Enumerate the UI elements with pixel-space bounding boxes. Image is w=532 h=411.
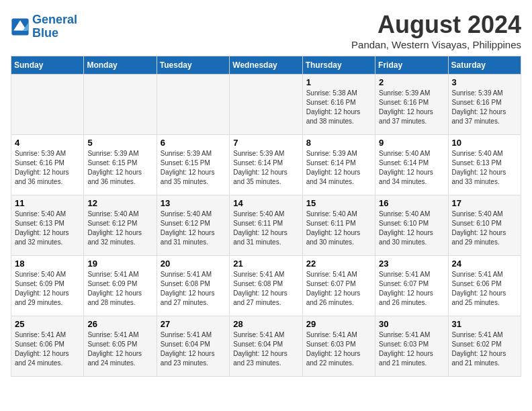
day-number: 17	[452, 198, 517, 208]
day-info: Sunrise: 5:41 AM Sunset: 6:06 PM Dayligh…	[15, 330, 80, 368]
calendar-cell: 5Sunrise: 5:39 AM Sunset: 6:15 PM Daylig…	[84, 135, 157, 195]
header-cell-wednesday: Wednesday	[230, 56, 302, 75]
calendar-cell: 6Sunrise: 5:39 AM Sunset: 6:15 PM Daylig…	[157, 135, 229, 195]
calendar-body: 1Sunrise: 5:38 AM Sunset: 6:16 PM Daylig…	[11, 75, 521, 377]
calendar-cell: 29Sunrise: 5:41 AM Sunset: 6:03 PM Dayli…	[302, 316, 375, 377]
day-number: 31	[452, 319, 517, 329]
header-cell-tuesday: Tuesday	[157, 56, 229, 75]
day-number: 16	[379, 198, 444, 208]
day-info: Sunrise: 5:41 AM Sunset: 6:08 PM Dayligh…	[233, 270, 298, 308]
week-row-0: 1Sunrise: 5:38 AM Sunset: 6:16 PM Daylig…	[11, 75, 521, 135]
day-number: 18	[15, 259, 80, 269]
day-info: Sunrise: 5:40 AM Sunset: 6:11 PM Dayligh…	[306, 210, 371, 247]
header-cell-monday: Monday	[84, 56, 157, 75]
calendar-cell: 20Sunrise: 5:41 AM Sunset: 6:08 PM Dayli…	[157, 256, 229, 316]
header-cell-thursday: Thursday	[302, 56, 375, 75]
day-info: Sunrise: 5:39 AM Sunset: 6:16 PM Dayligh…	[379, 89, 444, 126]
day-info: Sunrise: 5:41 AM Sunset: 6:05 PM Dayligh…	[87, 330, 152, 368]
day-number: 30	[379, 319, 444, 329]
calendar-cell: 21Sunrise: 5:41 AM Sunset: 6:08 PM Dayli…	[230, 256, 302, 316]
day-info: Sunrise: 5:40 AM Sunset: 6:11 PM Dayligh…	[233, 210, 298, 247]
week-row-2: 11Sunrise: 5:40 AM Sunset: 6:13 PM Dayli…	[11, 195, 521, 256]
calendar-cell: 4Sunrise: 5:39 AM Sunset: 6:16 PM Daylig…	[11, 135, 84, 195]
day-number: 5	[87, 138, 152, 148]
logo-line2: Blue	[32, 26, 58, 40]
calendar-cell: 18Sunrise: 5:40 AM Sunset: 6:09 PM Dayli…	[11, 256, 84, 316]
calendar-cell	[84, 75, 157, 135]
logo-icon	[11, 17, 30, 36]
day-info: Sunrise: 5:41 AM Sunset: 6:06 PM Dayligh…	[452, 270, 517, 308]
day-number: 23	[379, 259, 444, 269]
calendar-cell: 1Sunrise: 5:38 AM Sunset: 6:16 PM Daylig…	[302, 75, 375, 135]
calendar-cell	[157, 75, 229, 135]
day-number: 13	[161, 198, 226, 208]
day-info: Sunrise: 5:40 AM Sunset: 6:12 PM Dayligh…	[87, 210, 152, 247]
day-info: Sunrise: 5:41 AM Sunset: 6:08 PM Dayligh…	[161, 270, 226, 308]
day-info: Sunrise: 5:41 AM Sunset: 6:03 PM Dayligh…	[379, 330, 444, 368]
calendar-cell: 10Sunrise: 5:40 AM Sunset: 6:13 PM Dayli…	[448, 135, 521, 195]
page-subtitle: Pandan, Western Visayas, Philippines	[351, 39, 521, 50]
day-number: 19	[87, 259, 152, 269]
calendar-header: SundayMondayTuesdayWednesdayThursdayFrid…	[11, 56, 521, 75]
day-info: Sunrise: 5:40 AM Sunset: 6:12 PM Dayligh…	[161, 210, 226, 247]
day-info: Sunrise: 5:40 AM Sunset: 6:13 PM Dayligh…	[452, 149, 517, 187]
day-number: 27	[161, 319, 226, 329]
day-info: Sunrise: 5:39 AM Sunset: 6:15 PM Dayligh…	[87, 149, 152, 187]
day-number: 4	[15, 138, 80, 148]
calendar-cell: 24Sunrise: 5:41 AM Sunset: 6:06 PM Dayli…	[448, 256, 521, 316]
week-row-4: 25Sunrise: 5:41 AM Sunset: 6:06 PM Dayli…	[11, 316, 521, 377]
logo: General Blue	[11, 13, 77, 40]
day-number: 24	[452, 259, 517, 269]
day-number: 1	[306, 77, 371, 87]
day-number: 22	[306, 259, 371, 269]
calendar-cell: 14Sunrise: 5:40 AM Sunset: 6:11 PM Dayli…	[230, 195, 302, 256]
day-number: 11	[15, 198, 80, 208]
day-info: Sunrise: 5:39 AM Sunset: 6:16 PM Dayligh…	[452, 89, 517, 126]
calendar-cell: 13Sunrise: 5:40 AM Sunset: 6:12 PM Dayli…	[157, 195, 229, 256]
calendar-cell: 25Sunrise: 5:41 AM Sunset: 6:06 PM Dayli…	[11, 316, 84, 377]
day-number: 7	[233, 138, 298, 148]
calendar-cell: 23Sunrise: 5:41 AM Sunset: 6:07 PM Dayli…	[375, 256, 448, 316]
day-number: 29	[306, 319, 371, 329]
day-info: Sunrise: 5:41 AM Sunset: 6:04 PM Dayligh…	[233, 330, 298, 368]
calendar-cell: 27Sunrise: 5:41 AM Sunset: 6:04 PM Dayli…	[157, 316, 229, 377]
header: General Blue August 2024 Pandan, Western…	[11, 11, 521, 50]
day-info: Sunrise: 5:41 AM Sunset: 6:07 PM Dayligh…	[379, 270, 444, 308]
day-info: Sunrise: 5:40 AM Sunset: 6:10 PM Dayligh…	[379, 210, 444, 247]
calendar-cell: 31Sunrise: 5:41 AM Sunset: 6:02 PM Dayli…	[448, 316, 521, 377]
day-info: Sunrise: 5:41 AM Sunset: 6:02 PM Dayligh…	[452, 330, 517, 368]
day-info: Sunrise: 5:39 AM Sunset: 6:16 PM Dayligh…	[15, 149, 80, 187]
header-cell-sunday: Sunday	[11, 56, 84, 75]
calendar-cell: 12Sunrise: 5:40 AM Sunset: 6:12 PM Dayli…	[84, 195, 157, 256]
day-info: Sunrise: 5:41 AM Sunset: 6:03 PM Dayligh…	[306, 330, 371, 368]
calendar-cell: 8Sunrise: 5:39 AM Sunset: 6:14 PM Daylig…	[302, 135, 375, 195]
day-info: Sunrise: 5:39 AM Sunset: 6:15 PM Dayligh…	[161, 149, 226, 187]
day-info: Sunrise: 5:41 AM Sunset: 6:07 PM Dayligh…	[306, 270, 371, 308]
day-info: Sunrise: 5:39 AM Sunset: 6:14 PM Dayligh…	[306, 149, 371, 187]
calendar-cell: 19Sunrise: 5:41 AM Sunset: 6:09 PM Dayli…	[84, 256, 157, 316]
day-number: 9	[379, 138, 444, 148]
day-number: 25	[15, 319, 80, 329]
day-number: 6	[161, 138, 226, 148]
calendar-cell: 3Sunrise: 5:39 AM Sunset: 6:16 PM Daylig…	[448, 75, 521, 135]
logo-text: General Blue	[32, 13, 77, 40]
header-cell-saturday: Saturday	[448, 56, 521, 75]
day-number: 20	[161, 259, 226, 269]
day-info: Sunrise: 5:40 AM Sunset: 6:13 PM Dayligh…	[15, 210, 80, 247]
calendar-cell: 17Sunrise: 5:40 AM Sunset: 6:10 PM Dayli…	[448, 195, 521, 256]
day-number: 3	[452, 77, 517, 87]
day-number: 21	[233, 259, 298, 269]
calendar-table: SundayMondayTuesdayWednesdayThursdayFrid…	[11, 56, 521, 377]
calendar-cell: 9Sunrise: 5:40 AM Sunset: 6:14 PM Daylig…	[375, 135, 448, 195]
day-info: Sunrise: 5:38 AM Sunset: 6:16 PM Dayligh…	[306, 89, 371, 126]
logo-line1: General	[32, 13, 77, 26]
day-info: Sunrise: 5:40 AM Sunset: 6:09 PM Dayligh…	[15, 270, 80, 308]
calendar-cell: 30Sunrise: 5:41 AM Sunset: 6:03 PM Dayli…	[375, 316, 448, 377]
day-number: 15	[306, 198, 371, 208]
title-section: August 2024 Pandan, Western Visayas, Phi…	[351, 11, 521, 50]
day-number: 26	[87, 319, 152, 329]
calendar-cell: 16Sunrise: 5:40 AM Sunset: 6:10 PM Dayli…	[375, 195, 448, 256]
calendar-cell: 2Sunrise: 5:39 AM Sunset: 6:16 PM Daylig…	[375, 75, 448, 135]
week-row-3: 18Sunrise: 5:40 AM Sunset: 6:09 PM Dayli…	[11, 256, 521, 316]
day-number: 10	[452, 138, 517, 148]
